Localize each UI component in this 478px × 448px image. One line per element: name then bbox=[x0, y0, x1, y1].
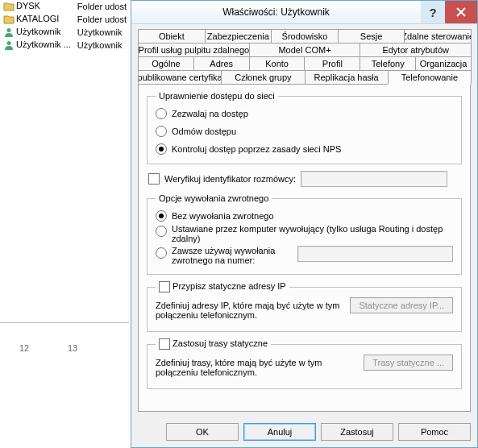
checkbox-static-ip[interactable] bbox=[159, 281, 170, 292]
tab-ogólne[interactable]: Ogólne bbox=[138, 56, 194, 70]
group-legend-text: Zastosuj trasy statyczne bbox=[172, 338, 268, 348]
group-static-routes: Zastosuj trasy statyczne Zdefiniuj trasy… bbox=[147, 338, 462, 389]
tab-profil[interactable]: Profil bbox=[304, 56, 360, 70]
tab-model-com-[interactable]: Model COM+ bbox=[249, 43, 361, 56]
user-icon bbox=[3, 39, 15, 51]
tab-telefonowanie[interactable]: Telefonowanie bbox=[388, 70, 472, 85]
svg-point-0 bbox=[7, 28, 11, 32]
tab-organizacja[interactable]: Organizacja bbox=[415, 56, 472, 70]
radio-set-by-caller[interactable] bbox=[156, 226, 167, 237]
radio-label: Kontroluj dostęp poprzez zasady sieci NP… bbox=[172, 144, 341, 154]
radio-nps-control[interactable] bbox=[156, 143, 167, 155]
group-legend: Uprawnienie dostępu do sieci bbox=[156, 91, 278, 101]
list-item[interactable]: UżytkownikUżytkownik bbox=[0, 26, 130, 39]
radio-always-callback[interactable] bbox=[156, 247, 167, 259]
folder-icon bbox=[3, 14, 15, 25]
tab-opublikowane-certyfikaty[interactable]: Opublikowane certyfikaty bbox=[138, 70, 222, 84]
tab-zdalne-sterowanie[interactable]: Zdalne sterowanie bbox=[404, 29, 472, 43]
help-button[interactable]: ? bbox=[421, 1, 445, 23]
radio-label: Odmów dostępu bbox=[172, 127, 236, 136]
tab-replikacja-hasła[interactable]: Replikacja hasła bbox=[305, 70, 389, 84]
ruler-num: 13 bbox=[48, 343, 97, 353]
group-static-ip: Przypisz statyczne adresy IP Zdefiniuj a… bbox=[147, 281, 462, 332]
group-legend: Opcje wywołania zwrotnego bbox=[156, 193, 272, 203]
dialog-footer: OK Anuluj Zastosuj Pomoc bbox=[131, 417, 477, 447]
tab-edytor-atrybutów[interactable]: Edytor atrybutów bbox=[360, 43, 472, 56]
cancel-button[interactable]: Anuluj bbox=[243, 423, 316, 441]
radio-no-callback[interactable] bbox=[156, 210, 167, 222]
background-list: DYSKFolder udostKATALOGIFolder udostUżyt… bbox=[0, 0, 129, 52]
ok-button[interactable]: OK bbox=[166, 423, 239, 441]
group-legend-text: Przypisz statyczne adresy IP bbox=[172, 281, 286, 291]
checkbox-static-routes[interactable] bbox=[159, 338, 170, 350]
dialog-title: Właściwości: Użytkownik bbox=[131, 6, 421, 18]
tab-zabezpieczenia[interactable]: Zabezpieczenia bbox=[205, 29, 272, 43]
radio-label: Zezwalaj na dostęp bbox=[172, 109, 248, 118]
tab-panel-telefonowanie: Uprawnienie dostępu do sieci Zezwalaj na… bbox=[138, 84, 471, 412]
list-item[interactable]: DYSKFolder udost bbox=[0, 0, 130, 13]
field-description: Zdefiniuj adresy IP, które mają być użyt… bbox=[156, 301, 350, 320]
radio-label: Zawsze używaj wywołania zwrotnego na num… bbox=[172, 246, 293, 265]
radio-allow-access[interactable] bbox=[156, 108, 167, 119]
background-ruler: 12 13 bbox=[0, 322, 129, 353]
radio-label: Bez wywołania zwrotnego bbox=[172, 211, 274, 221]
tab-profil-usług-pulpitu-zdalnego[interactable]: Profil usług pulpitu zdalnego bbox=[138, 43, 250, 56]
ruler-num: 12 bbox=[0, 343, 48, 353]
apply-button[interactable]: Zastosuj bbox=[321, 423, 393, 441]
group-callback: Opcje wywołania zwrotnego Bez wywołania … bbox=[147, 193, 462, 275]
group-network-access: Uprawnienie dostępu do sieci Zezwalaj na… bbox=[147, 91, 462, 164]
static-routes-button[interactable]: Trasy statyczne ... bbox=[364, 355, 453, 371]
svg-point-1 bbox=[7, 41, 11, 45]
folder-icon bbox=[3, 1, 15, 12]
checkbox-label: Weryfikuj identyfikator rozmówcy: bbox=[164, 174, 296, 184]
callback-number-input[interactable] bbox=[297, 246, 453, 262]
user-icon bbox=[3, 27, 15, 38]
caller-id-input[interactable] bbox=[301, 171, 447, 187]
titlebar: Właściwości: Użytkownik ? bbox=[131, 1, 477, 24]
help-button-footer[interactable]: Pomoc bbox=[398, 423, 471, 441]
tab-konto[interactable]: Konto bbox=[249, 56, 306, 70]
field-description: Zdefiniuj trasy, które mają być użyte w … bbox=[156, 358, 364, 377]
tab-środowisko[interactable]: Środowisko bbox=[271, 29, 339, 43]
list-item[interactable]: Użytkownik ...Użytkownik bbox=[0, 39, 130, 52]
close-button[interactable] bbox=[445, 1, 477, 23]
tab-telefony[interactable]: Telefony bbox=[360, 56, 416, 70]
tabs: ObiektZabezpieczeniaŚrodowiskoSesjeZdaln… bbox=[138, 29, 471, 84]
properties-dialog: Właściwości: Użytkownik ? ObiektZabezpie… bbox=[131, 0, 478, 448]
list-item[interactable]: KATALOGIFolder udost bbox=[0, 13, 130, 26]
tab-adres[interactable]: Adres bbox=[193, 56, 250, 70]
tab-obiekt[interactable]: Obiekt bbox=[138, 29, 206, 43]
checkbox-verify-caller-id[interactable] bbox=[148, 173, 160, 185]
radio-label: Ustawiane przez komputer wywołujący (tyl… bbox=[172, 224, 453, 243]
radio-deny-access[interactable] bbox=[156, 126, 167, 137]
tab-członek-grupy[interactable]: Członek grupy bbox=[221, 70, 305, 84]
tab-sesje[interactable]: Sesje bbox=[338, 29, 405, 43]
static-ip-button[interactable]: Statyczne adresy IP... bbox=[350, 297, 453, 313]
